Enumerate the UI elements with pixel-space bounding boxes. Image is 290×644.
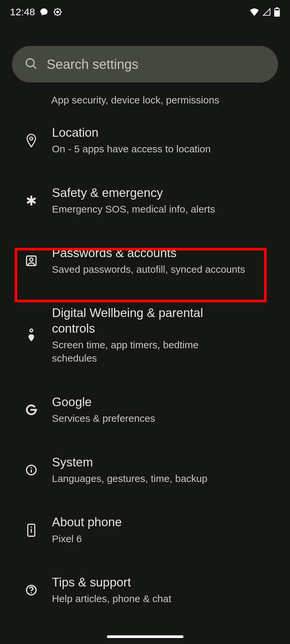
svg-point-30 <box>31 592 32 593</box>
item-title: Google <box>52 395 155 410</box>
wifi-icon <box>249 8 259 16</box>
svg-point-21 <box>30 329 33 332</box>
gesture-nav-bar[interactable] <box>107 635 183 638</box>
gear-debug-icon <box>53 7 62 17</box>
search-icon <box>25 57 37 71</box>
item-title: System <box>52 455 207 470</box>
svg-line-7 <box>60 14 61 15</box>
svg-line-9 <box>60 9 61 10</box>
item-subtitle: Services & preferences <box>52 412 155 425</box>
svg-line-8 <box>55 14 56 15</box>
partial-item-subtitle[interactable]: App security, device lock, permissions <box>0 84 290 110</box>
item-subtitle: Pixel 6 <box>52 532 122 546</box>
google-g-icon <box>22 401 41 419</box>
wellbeing-heart-icon <box>22 326 41 345</box>
svg-point-25 <box>31 467 32 468</box>
item-title: Tips & support <box>52 575 171 590</box>
search-settings-bar[interactable]: Search settings <box>12 46 278 82</box>
medical-asterisk-icon <box>22 191 41 210</box>
info-circle-icon <box>22 461 41 479</box>
svg-rect-11 <box>276 7 278 9</box>
svg-point-15 <box>30 137 33 140</box>
item-title: Safety & emergency <box>52 185 215 201</box>
settings-item-about-phone[interactable]: About phone Pixel 6 <box>0 500 290 560</box>
status-bar: 12:48 <box>0 0 290 24</box>
settings-item-system[interactable]: System Languages, gestures, time, backup <box>0 440 290 500</box>
item-subtitle: Saved passwords, autofill, synced accoun… <box>52 263 245 276</box>
status-bar-left: 12:48 <box>10 6 62 18</box>
item-subtitle: Screen time, app timers, bedtime schedul… <box>52 338 238 365</box>
search-placeholder: Search settings <box>47 57 139 72</box>
chat-bubble-icon <box>40 8 48 16</box>
svg-point-20 <box>30 258 33 261</box>
settings-item-location[interactable]: Location On - 5 apps have access to loca… <box>0 110 290 171</box>
item-subtitle: Languages, gestures, time, backup <box>52 472 207 486</box>
svg-line-6 <box>55 9 56 10</box>
item-title: About phone <box>52 515 122 530</box>
help-circle-icon <box>22 581 41 599</box>
account-box-icon <box>22 251 41 270</box>
svg-rect-12 <box>275 9 279 10</box>
item-subtitle: Help articles, phone & chat <box>52 592 171 606</box>
settings-item-wellbeing[interactable]: Digital Wellbeing & parental controls Sc… <box>0 291 290 380</box>
item-title: Passwords & accounts <box>52 245 245 261</box>
item-subtitle: On - 5 apps have access to location <box>52 142 211 156</box>
item-title: Location <box>52 125 211 140</box>
status-clock: 12:48 <box>10 6 35 18</box>
settings-item-google[interactable]: Google Services & preferences <box>0 380 290 440</box>
cellular-signal-icon <box>262 8 271 16</box>
status-bar-right <box>249 7 280 17</box>
svg-point-1 <box>57 11 59 13</box>
settings-item-safety[interactable]: Safety & emergency Emergency SOS, medica… <box>0 171 290 231</box>
phone-info-icon <box>22 521 41 540</box>
svg-line-14 <box>33 66 36 68</box>
item-title: Digital Wellbeing & parental controls <box>52 305 238 336</box>
item-subtitle: Emergency SOS, medical info, alerts <box>52 203 215 216</box>
battery-icon <box>274 7 280 17</box>
settings-item-passwords[interactable]: Passwords & accounts Saved passwords, au… <box>0 231 290 291</box>
svg-point-28 <box>31 526 32 528</box>
settings-item-tips[interactable]: Tips & support Help articles, phone & ch… <box>0 560 290 620</box>
location-pin-icon <box>22 131 41 150</box>
settings-list[interactable]: App security, device lock, permissions L… <box>0 84 290 644</box>
